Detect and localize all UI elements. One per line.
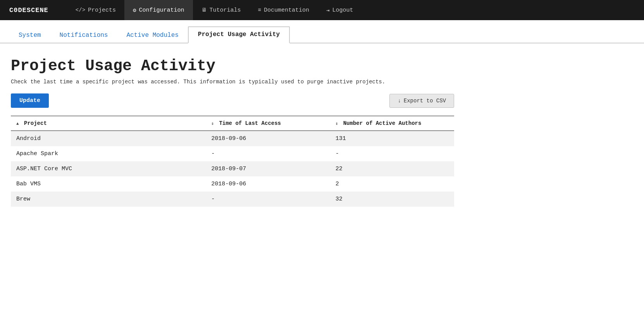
usage-table: ▲ Project ⇕ Time of Last Access ⇕ Number… — [11, 116, 454, 207]
table-row: ASP.NET Core MVC2018-09-0722 — [11, 161, 454, 176]
cell-active-authors: 22 — [330, 161, 454, 176]
nav-menu: </> Projects ⚙ Configuration 🖥 Tutorials… — [67, 0, 362, 20]
tab-project-usage-activity[interactable]: Project Usage Activity — [188, 26, 290, 43]
nav-label-logout: Logout — [332, 7, 353, 14]
sort-asc-icon: ▲ — [16, 121, 19, 126]
export-label: Export to CSV — [404, 98, 446, 104]
tab-notifications[interactable]: Notifications — [50, 28, 117, 43]
download-icon: ↓ — [398, 98, 401, 104]
cell-last-access: 2018-09-06 — [206, 176, 330, 192]
nav-label-tutorials: Tutorials — [210, 7, 241, 14]
page-title: Project Usage Activity — [11, 57, 454, 75]
configuration-icon: ⚙ — [133, 7, 136, 14]
table-header-row: ▲ Project ⇕ Time of Last Access ⇕ Number… — [11, 116, 454, 131]
nav-item-configuration[interactable]: ⚙ Configuration — [124, 0, 193, 20]
nav-label-configuration: Configuration — [139, 7, 184, 14]
cell-last-access: - — [206, 192, 330, 207]
nav-item-logout[interactable]: ⇥ Logout — [318, 0, 362, 20]
nav-item-projects[interactable]: </> Projects — [67, 0, 124, 20]
cell-project: Apache Spark — [11, 146, 206, 161]
tab-active-modules[interactable]: Active Modules — [117, 28, 188, 43]
cell-last-access: - — [206, 146, 330, 161]
nav-label-documentation: Documentation — [264, 7, 309, 14]
cell-active-authors: 32 — [330, 192, 454, 207]
col-header-project[interactable]: ▲ Project — [11, 116, 206, 131]
cell-active-authors: 2 — [330, 176, 454, 192]
col-header-active-authors[interactable]: ⇕ Number of Active Authors — [330, 116, 454, 131]
nav-label-projects: Projects — [88, 7, 116, 14]
main-content: Project Usage Activity Check the last ti… — [0, 43, 465, 218]
update-button[interactable]: Update — [11, 93, 49, 108]
toolbar: Update ↓ Export to CSV — [11, 93, 454, 108]
logout-icon: ⇥ — [326, 7, 329, 14]
col-authors-label: Number of Active Authors — [343, 120, 422, 126]
tabs-bar: System Notifications Active Modules Proj… — [0, 20, 644, 43]
sort-both-icon-access: ⇕ — [211, 121, 214, 126]
cell-project: Brew — [11, 192, 206, 207]
page-description: Check the last time a specific project w… — [11, 79, 454, 85]
col-project-label: Project — [24, 120, 47, 126]
cell-project: Android — [11, 131, 206, 146]
cell-active-authors: 131 — [330, 131, 454, 146]
cell-last-access: 2018-09-06 — [206, 131, 330, 146]
documentation-icon: ≡ — [258, 7, 261, 13]
table-row: Android2018-09-06131 — [11, 131, 454, 146]
table-body: Android2018-09-06131Apache Spark--ASP.NE… — [11, 131, 454, 207]
sort-both-icon-authors: ⇕ — [336, 121, 338, 126]
brand-logo[interactable]: C0DESCENE — [9, 7, 48, 14]
col-header-last-access[interactable]: ⇕ Time of Last Access — [206, 116, 330, 131]
tab-system[interactable]: System — [9, 28, 50, 43]
table-row: Brew-32 — [11, 192, 454, 207]
cell-project: ASP.NET Core MVC — [11, 161, 206, 176]
tutorials-icon: 🖥 — [201, 7, 207, 13]
navbar: C0DESCENE </> Projects ⚙ Configuration 🖥… — [0, 0, 644, 20]
export-csv-button[interactable]: ↓ Export to CSV — [389, 94, 454, 108]
cell-last-access: 2018-09-07 — [206, 161, 330, 176]
nav-item-tutorials[interactable]: 🖥 Tutorials — [193, 0, 250, 20]
projects-icon: </> — [76, 7, 85, 13]
cell-project: Bab VMS — [11, 176, 206, 192]
table-row: Apache Spark-- — [11, 146, 454, 161]
col-access-label: Time of Last Access — [219, 120, 281, 126]
table-row: Bab VMS2018-09-062 — [11, 176, 454, 192]
nav-item-documentation[interactable]: ≡ Documentation — [250, 0, 318, 20]
cell-active-authors: - — [330, 146, 454, 161]
